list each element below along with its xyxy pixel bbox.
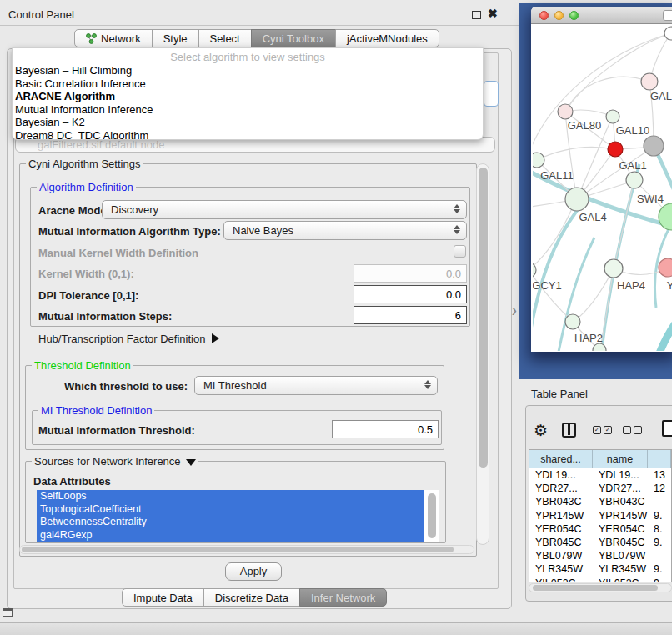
network-node[interactable] bbox=[606, 110, 619, 123]
node-label-hap4: HAP4 bbox=[617, 279, 645, 292]
network-edge[interactable] bbox=[614, 182, 634, 268]
network-node[interactable] bbox=[565, 188, 589, 211]
network-node[interactable] bbox=[664, 27, 672, 40]
algorithm-option-dream8-dc-tdc-algorithm[interactable]: Dream8 DC_TDC Algorithm bbox=[13, 129, 483, 141]
tab-discretize-data[interactable]: Discretize Data bbox=[203, 588, 300, 607]
splitter-collapse-icon[interactable]: ❯ bbox=[511, 307, 518, 315]
settings-scrollbar-thumb[interactable] bbox=[479, 168, 488, 468]
table-row[interactable]: YBR043CYBR043C bbox=[529, 495, 671, 508]
float-panel-icon[interactable] bbox=[472, 11, 481, 19]
network-node[interactable] bbox=[608, 142, 623, 157]
bottom-tabbar: Impute DataDiscretize DataInfer Network bbox=[122, 588, 387, 607]
network-node[interactable] bbox=[659, 203, 672, 230]
tab-select[interactable]: Select bbox=[198, 29, 252, 48]
algorithm-option-mutual-information-inference[interactable]: Mutual Information Inference bbox=[13, 103, 483, 117]
mi-steps-input[interactable]: 6 bbox=[354, 306, 467, 324]
mi-threshold-input[interactable]: 0.5 bbox=[332, 420, 439, 438]
restore-panel-icon[interactable] bbox=[3, 608, 13, 617]
which-threshold-select[interactable]: MI Threshold bbox=[194, 376, 438, 395]
tab-network[interactable]: Network bbox=[74, 29, 153, 48]
data-attributes-list[interactable]: SelfLoopsTopologicalCoefficientBetweenne… bbox=[37, 490, 439, 542]
algorithm-option-basic-correlation-inference[interactable]: Basic Correlation Inference bbox=[13, 78, 483, 91]
algorithm-option-bayesian-hill-climbing[interactable]: Bayesian – Hill Climbing bbox=[13, 64, 483, 78]
checked-pair-icon[interactable]: ✓✓ bbox=[593, 426, 612, 434]
sources-title: Sources for Network Inference bbox=[34, 455, 181, 468]
attribute-item-gal4rgexp[interactable]: gal4RGexp bbox=[37, 529, 424, 542]
network-canvas[interactable]: GALGAL80GAL10GAL1GAL11SWI4GAL4GCY1HAP4YH… bbox=[533, 24, 672, 351]
split-columns-icon[interactable] bbox=[562, 422, 576, 438]
attribute-item-selfloops[interactable]: SelfLoops bbox=[37, 490, 424, 503]
network-node[interactable] bbox=[644, 136, 664, 156]
tab-impute-data[interactable]: Impute Data bbox=[122, 588, 204, 607]
data-attributes-label: Data Attributes bbox=[33, 475, 111, 488]
gear-icon[interactable]: ⚙ bbox=[534, 421, 548, 440]
close-traffic-icon[interactable] bbox=[539, 11, 549, 20]
table-cell: YDR27... bbox=[593, 482, 648, 494]
tab-cyni-toolbox[interactable]: Cyni Toolbox bbox=[251, 29, 336, 48]
node-label-gal4: GAL4 bbox=[579, 211, 606, 223]
unchecked-pair-icon[interactable] bbox=[623, 426, 642, 434]
network-node[interactable] bbox=[558, 104, 573, 119]
manual-kernel-width-checkbox[interactable] bbox=[454, 245, 466, 258]
network-node[interactable] bbox=[659, 258, 672, 277]
network-edge[interactable] bbox=[567, 77, 649, 110]
mi-threshold-group-label: MI Threshold Definition bbox=[38, 404, 154, 417]
attribute-item-topologicalcoefficient[interactable]: TopologicalCoefficient bbox=[37, 503, 424, 517]
table-header-row[interactable]: shared...name bbox=[529, 450, 671, 468]
zoom-traffic-icon[interactable] bbox=[569, 11, 579, 20]
which-threshold-label: Which threshold to use: bbox=[64, 380, 188, 392]
tab-label: Style bbox=[163, 32, 188, 45]
network-node[interactable] bbox=[565, 314, 580, 329]
page-icon[interactable] bbox=[662, 420, 672, 437]
algorithm-option-bayesian-k2[interactable]: Bayesian – K2 bbox=[13, 116, 483, 129]
table-cell: 9. bbox=[648, 537, 671, 548]
column-header-name[interactable]: name bbox=[593, 450, 648, 468]
network-edge[interactable] bbox=[533, 201, 575, 270]
dpi-tolerance-label: DPI Tolerance [0,1]: bbox=[38, 289, 138, 302]
table-row[interactable]: YER054CYER054C8. bbox=[529, 522, 671, 536]
network-window-titlebar[interactable] bbox=[531, 7, 672, 24]
settings-horizontal-scrollbar[interactable] bbox=[19, 545, 474, 554]
attributes-list-scrollbar[interactable] bbox=[428, 493, 436, 538]
sources-group-label[interactable]: Sources for Network Inference bbox=[32, 455, 198, 468]
table-row[interactable]: YIL052CYIL052C9 bbox=[529, 577, 671, 583]
network-window[interactable]: GALGAL80GAL10GAL1GAL11SWI4GAL4GCY1HAP4YH… bbox=[531, 7, 672, 352]
network-node[interactable] bbox=[626, 172, 643, 188]
algorithm-option-aracne-algorithm[interactable]: ARACNE Algorithm bbox=[13, 90, 483, 103]
network-edge[interactable] bbox=[601, 164, 639, 351]
kernel-width-input[interactable]: 0.0 bbox=[354, 264, 467, 282]
table-row[interactable]: YBR045CYBR045C9. bbox=[529, 536, 671, 549]
table-cell: YBL079W bbox=[529, 550, 593, 562]
table-row[interactable]: YBL079WYBL079W bbox=[529, 549, 671, 562]
column-header-shared[interactable]: shared... bbox=[529, 450, 593, 468]
network-edge[interactable] bbox=[658, 309, 672, 351]
network-edge[interactable] bbox=[537, 147, 614, 160]
attribute-item-betweennesscentrality[interactable]: BetweennessCentrality bbox=[37, 516, 424, 529]
table-row[interactable]: YLR345WYLR345W9. bbox=[529, 562, 671, 576]
column-header-hidden[interactable] bbox=[648, 450, 671, 468]
table-row[interactable]: YPR145WYPR145W9. bbox=[529, 509, 671, 522]
close-icon[interactable]: ✖ bbox=[488, 7, 498, 20]
aracne-mode-select[interactable]: Discovery bbox=[102, 200, 467, 219]
tab-infer-network[interactable]: Infer Network bbox=[299, 588, 387, 607]
node-label-hap2: HAP2 bbox=[574, 332, 603, 344]
table-row[interactable]: YDR27...YDR27...12 bbox=[529, 482, 671, 495]
network-node[interactable] bbox=[533, 152, 544, 168]
minimize-traffic-icon[interactable] bbox=[554, 11, 564, 20]
hub-definition-expander[interactable]: Hub/Transcription Factor Definition bbox=[38, 332, 219, 345]
tab-jactivemnodules[interactable]: jActiveMNodules bbox=[335, 29, 439, 48]
network-node[interactable] bbox=[533, 262, 536, 278]
network-node[interactable] bbox=[604, 259, 623, 278]
dpi-tolerance-input[interactable]: 0.0 bbox=[354, 285, 467, 303]
settings-scrollbar-track[interactable] bbox=[476, 163, 489, 545]
tab-style[interactable]: Style bbox=[152, 29, 199, 48]
apply-button[interactable]: Apply bbox=[225, 562, 282, 581]
network-node[interactable] bbox=[593, 343, 606, 351]
network-node[interactable] bbox=[641, 73, 658, 90]
table-cell: YBL079W bbox=[593, 550, 648, 562]
network-graph: GALGAL80GAL10GAL1GAL11SWI4GAL4GCY1HAP4YH… bbox=[533, 24, 672, 351]
mi-algorithm-type-select[interactable]: Naive Bayes bbox=[223, 221, 467, 240]
table-row[interactable]: YDL19...YDL19...13 bbox=[529, 468, 671, 482]
table-horizontal-scrollbar[interactable] bbox=[529, 583, 672, 592]
node-table[interactable]: shared...name YDL19...YDL19...13YDR27...… bbox=[529, 449, 672, 582]
